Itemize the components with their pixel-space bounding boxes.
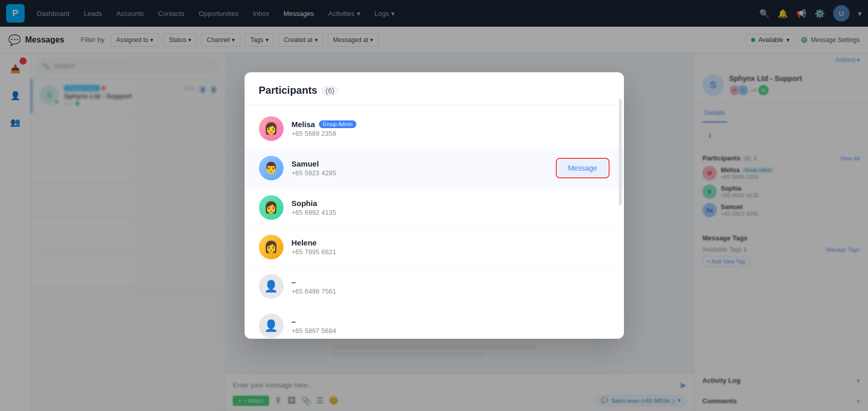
participant-row-samuel: 👨 Samuel +65 5823 4285 Message [245,149,624,188]
participant-info-samuel: Samuel +65 5823 4285 [292,159,556,177]
participant-avatar-samuel-modal: 👨 [259,156,284,180]
participant-name-unknown1-modal: – [292,278,296,286]
modal-overlay[interactable]: Participants (6) 👩 Melisa Group Admin +6… [0,0,868,411]
participant-avatar-helene-modal: 👩 [259,235,284,259]
modal-body: 👩 Melisa Group Admin +65 5689 2358 👨 [245,105,624,339]
participant-info-melisa: Melisa Group Admin +65 5689 2358 [292,120,610,137]
participant-name-helene-modal: Helene [292,238,317,247]
participant-name-unknown2-modal: – [292,317,296,326]
participant-phone-unknown1-modal: +65 6498 7561 [292,287,610,295]
participant-phone-unknown2-modal: +65 5897 5684 [292,327,610,335]
participant-avatar-sophia-modal: 👩 [259,195,284,220]
participants-modal: Participants (6) 👩 Melisa Group Admin +6… [245,72,624,339]
participant-name-melisa-modal: Melisa [292,120,315,129]
modal-count: (6) [321,86,338,96]
modal-title: Participants (6) [259,85,610,96]
participant-info-helene: Helene +65 7895 6821 [292,238,610,256]
participant-avatar-unknown2-modal: 👤 [259,314,284,338]
group-admin-badge-melisa: Group Admin [319,120,356,128]
participant-row-helene: 👩 Helene +65 7895 6821 [245,228,624,267]
participant-row-unknown2: 👤 – +65 5897 5684 [245,306,624,339]
message-samuel-button[interactable]: Message [558,160,608,176]
scrollbar[interactable] [619,99,622,206]
participant-name-sophia-modal: Sophia [292,199,317,208]
participant-info-unknown2: – +65 5897 5684 [292,317,610,335]
participant-phone-sophia-modal: +65 6892 4135 [292,209,610,216]
participant-phone-melisa-modal: +65 5689 2358 [292,130,610,137]
participant-row-sophia: 👩 Sophia +65 6892 4135 [245,188,624,228]
modal-header: Participants (6) [245,72,624,105]
participant-row-unknown1: 👤 – +65 6498 7561 [245,267,624,306]
participant-info-unknown1: – +65 6498 7561 [292,278,610,295]
participant-row-melisa: 👩 Melisa Group Admin +65 5689 2358 [245,109,624,149]
participant-avatar-melisa-modal: 👩 [259,116,284,141]
participant-name-samuel-modal: Samuel [292,159,319,168]
participant-phone-helene-modal: +65 7895 6821 [292,248,610,256]
message-btn-highlight: Message [556,158,610,178]
participant-info-sophia: Sophia +65 6892 4135 [292,199,610,216]
participant-avatar-unknown1-modal: 👤 [259,274,284,299]
participant-phone-samuel-modal: +65 5823 4285 [292,169,556,177]
